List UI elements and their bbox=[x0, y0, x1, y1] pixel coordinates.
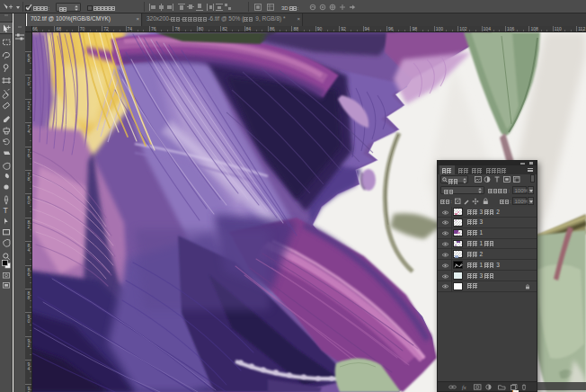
svg-text:fx: fx bbox=[462, 384, 466, 390]
svg-text:T: T bbox=[3, 206, 7, 215]
